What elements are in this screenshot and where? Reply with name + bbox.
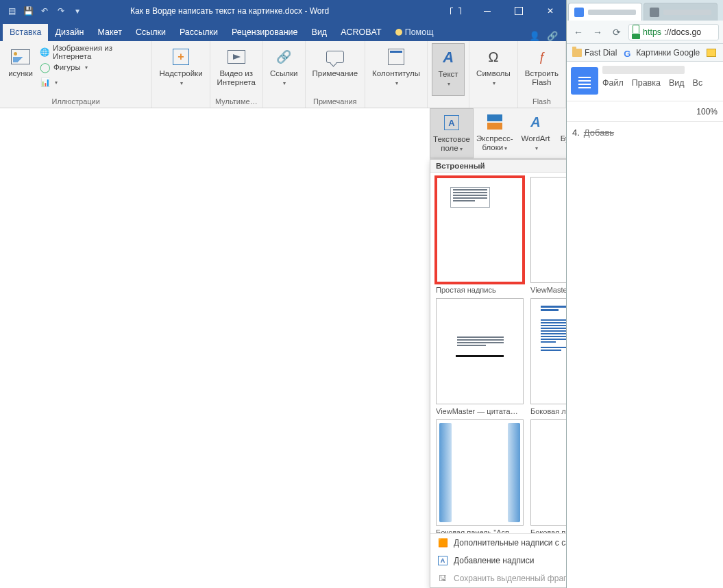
yellow-folder-icon	[707, 49, 716, 57]
tab-review[interactable]: Рецензирование	[225, 24, 305, 41]
bookmark-fast-dial[interactable]: Fast Dial	[572, 48, 617, 58]
quick-access-toolbar: ▤ 💾 ↶ ↷ ▾	[0, 5, 117, 17]
gallery-item-aspect-panel-1[interactable]: Боковая панель "Асп…	[436, 419, 524, 533]
docs-content[interactable]: 4. Добавь	[567, 122, 723, 143]
reload-button[interactable]: ⟳	[609, 25, 624, 40]
group-label-text	[432, 96, 465, 108]
folder-icon	[572, 49, 582, 57]
online-images-button[interactable]: 🌐Изображения из Интернета	[38, 45, 147, 60]
docs-menu-view[interactable]: Вид	[669, 78, 685, 88]
text-group-button[interactable]: A Текст▾	[432, 43, 465, 96]
control-menu-icon[interactable]: ▤	[5, 5, 18, 17]
chevron-down-icon: ▾	[448, 81, 450, 87]
tab-view[interactable]: Вид	[305, 24, 334, 41]
share-icon[interactable]: 🔗	[547, 31, 558, 41]
online-images-icon: 🌐	[40, 47, 50, 58]
flash-label-l1: Встроить	[525, 69, 559, 77]
group-label-hf	[369, 96, 423, 108]
ribbon-tab-bar: Вставка Дизайн Макет Ссылки Рассылки Рец…	[0, 22, 566, 41]
bookmark-folder-yellow[interactable]	[707, 49, 716, 57]
docs-content-strikethrough: Добавь	[584, 127, 614, 138]
header-footer-button[interactable]: Колонтитулы▾	[369, 43, 423, 96]
hf-label: Колонтитулы	[372, 69, 420, 77]
ribbon-group-header-footer: Колонтитулы▾	[365, 41, 428, 108]
group-label-media: Мультиме…	[215, 96, 258, 108]
docs-toolbar: 100%	[567, 101, 723, 122]
tab-tell-me[interactable]: Помощ	[389, 24, 441, 41]
textbox-dropdown-button[interactable]: A Текстовоеполе▾	[430, 108, 474, 158]
back-button[interactable]: ←	[571, 25, 586, 40]
symbols-button[interactable]: Ω Символы▾	[474, 43, 513, 96]
tab-design[interactable]: Дизайн	[48, 24, 90, 41]
bookmark-label: Fast Dial	[585, 48, 617, 58]
quickparts-label-l2: блоки	[482, 143, 503, 151]
docs-content-number: 4.	[572, 127, 580, 138]
tab-insert[interactable]: Вставка	[3, 24, 48, 41]
quickparts-button[interactable]: Экспресс-блоки▾	[474, 108, 516, 158]
group-label-illustrations: Иллюстрации	[4, 96, 147, 108]
smartart-button[interactable]: 📊▾	[38, 75, 147, 90]
ribbon-group-comments: Примечание Примечания	[306, 41, 366, 108]
docs-menu-edit[interactable]: Правка	[632, 78, 661, 88]
pictures-label: исунки	[8, 69, 33, 78]
account-icon[interactable]: 👤	[529, 31, 540, 41]
comment-label: Примечание	[313, 69, 358, 78]
ribbon-group-flash: ƒ ВстроитьFlash Flash	[518, 41, 566, 108]
chrome-toolbar: ← → ⟳ https://docs.go	[567, 21, 723, 44]
tab-layout[interactable]: Макет	[91, 24, 129, 41]
close-button[interactable]	[535, 0, 566, 22]
ribbon-display-options-icon[interactable]	[440, 0, 471, 22]
comment-button[interactable]: Примечание	[310, 43, 361, 96]
bookmark-google-images[interactable]: GКартинки Google	[624, 48, 700, 58]
omega-icon: Ω	[482, 46, 504, 68]
lock-body-icon	[632, 34, 640, 39]
wordart-label: WordArt	[522, 134, 550, 143]
wordart-button[interactable]: A WordArt▾	[516, 108, 556, 158]
google-docs-icon[interactable]	[571, 67, 598, 95]
gallery-item-simple-textbox[interactable]: Простая надпись	[436, 177, 524, 294]
addins-button[interactable]: + Надстройки▾	[156, 43, 205, 96]
qat-overflow-icon[interactable]: ▾	[71, 5, 84, 17]
undo-icon[interactable]: ↶	[38, 5, 51, 17]
ribbon-group-symbols: Ω Символы▾	[469, 41, 518, 108]
shapes-icon: ◯	[40, 62, 51, 73]
lightbulb-icon	[395, 29, 402, 36]
tab-acrobat[interactable]: ACROBAT	[334, 24, 389, 41]
docs-menu-bar: Файл Правка Вид Вс	[602, 78, 723, 88]
online-video-button[interactable]: Видео изИнтернета	[215, 43, 258, 96]
links-icon: 🔗	[273, 46, 295, 68]
docs-menu-insert[interactable]: Вс	[693, 78, 703, 88]
redo-icon[interactable]: ↷	[55, 5, 67, 17]
flash-button[interactable]: ƒ ВстроитьFlash	[522, 43, 561, 96]
shapes-button[interactable]: ◯Фигуры▾	[38, 60, 147, 75]
docs-title-placeholder[interactable]	[602, 66, 685, 74]
text-label: Текст	[439, 70, 458, 78]
gallery-draw-label: Добавление надписи	[454, 556, 535, 565]
forward-button[interactable]: →	[590, 25, 605, 40]
chevron-down-icon: ▾	[283, 80, 286, 86]
minimize-button[interactable]	[471, 0, 503, 22]
pictures-button[interactable]: исунки	[4, 43, 37, 96]
maximize-button[interactable]	[503, 0, 535, 22]
group-label-addins	[156, 96, 205, 108]
tab-mailings[interactable]: Рассылки	[173, 24, 225, 41]
tab-references[interactable]: Ссылки	[129, 24, 173, 41]
links-button[interactable]: 🔗 Ссылки▾	[267, 43, 301, 96]
video-label-l2: Интернета	[217, 78, 256, 86]
docs-menu-file[interactable]: Файл	[602, 78, 624, 88]
document-title: Как в Ворде написать текст на картинке.d…	[117, 6, 440, 16]
chrome-tab-inactive[interactable]	[644, 3, 718, 21]
docs-zoom[interactable]: 100%	[696, 107, 718, 117]
gallery-item-viewmaster-quote-2[interactable]: ViewMaster — цитата…	[436, 298, 524, 415]
group-label-links	[267, 96, 301, 108]
omnibox[interactable]: https://docs.go	[628, 24, 719, 40]
ribbon-group-media: Видео изИнтернета Мультиме…	[210, 41, 263, 108]
textbox-label-l2: поле	[441, 144, 458, 152]
save-gallery-icon: 🖫	[437, 573, 448, 584]
window-controls	[440, 0, 566, 22]
comment-icon	[324, 46, 346, 68]
chrome-bookmarks-bar: Fast Dial GКартинки Google	[567, 44, 723, 62]
chrome-tab-active[interactable]	[568, 3, 642, 21]
chart-icon: 📊	[40, 77, 51, 88]
save-icon[interactable]: 💾	[22, 5, 34, 17]
